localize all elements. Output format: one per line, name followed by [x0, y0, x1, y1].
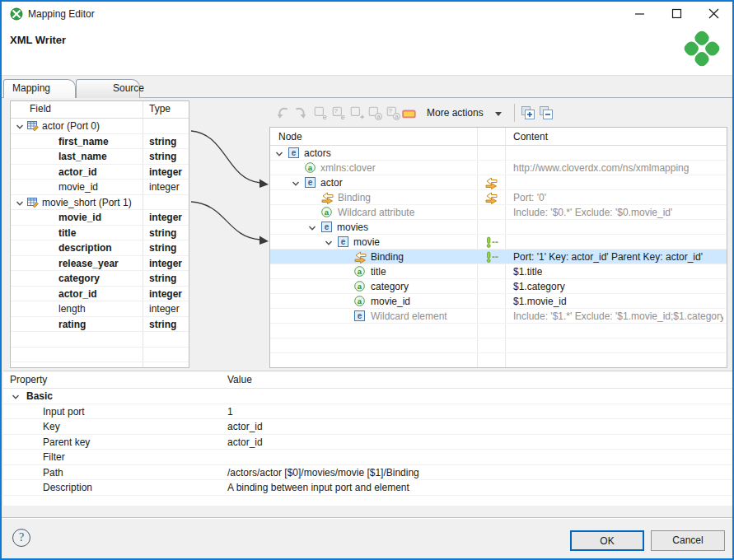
svg-text:a: a — [395, 113, 399, 120]
chevron-down-icon[interactable] — [275, 150, 283, 158]
property-name: Path — [43, 465, 63, 480]
field-row[interactable]: actor_id integer — [11, 287, 189, 302]
tree-row-movies[interactable]: movies — [270, 220, 727, 235]
chevron-down-icon[interactable] — [308, 224, 316, 232]
remove-mapping-icon[interactable] — [402, 107, 417, 122]
node-label: actors — [304, 146, 331, 161]
field-type: integer — [149, 287, 182, 301]
property-row-path[interactable]: Path /actors/actor [$0]/movies/movie [$1… — [3, 465, 734, 481]
property-value[interactable]: /actors/actor [$0]/movies/movie [$1]/Bin… — [227, 465, 419, 480]
property-row-parent-key[interactable]: Parent key actor_id — [3, 435, 734, 450]
field-row[interactable]: category string — [11, 271, 189, 287]
node-content: $1.category — [513, 279, 565, 294]
undo-icon[interactable] — [275, 105, 290, 120]
field-row-empty — [11, 362, 189, 368]
field-row[interactable]: movie_id integer — [11, 210, 189, 226]
field-row[interactable]: length integer — [11, 301, 189, 317]
binding-icon — [485, 177, 498, 189]
tree-row-binding-port0[interactable]: Binding Port: '0' — [270, 190, 727, 205]
add-child-attribute-icon[interactable]: a — [367, 105, 382, 120]
field-row[interactable]: last_name string — [11, 149, 189, 165]
tab-mapping[interactable]: Mapping — [3, 79, 76, 98]
insert-element-icon[interactable]: ? e — [331, 105, 346, 120]
chevron-down-icon[interactable] — [325, 239, 333, 247]
chevron-down-icon[interactable] — [16, 199, 24, 208]
property-value[interactable]: actor_id — [227, 419, 263, 434]
node-label: movie — [353, 235, 380, 250]
expand-all-icon[interactable] — [521, 105, 535, 120]
redo-icon[interactable] — [293, 105, 308, 120]
cancel-button[interactable]: Cancel — [651, 530, 725, 551]
node-content: Port: '0' — [513, 190, 546, 205]
field-row-empty — [11, 348, 189, 363]
field-row[interactable]: movie_id integer — [11, 180, 189, 195]
field-row[interactable]: rating string — [11, 317, 189, 333]
element-icon — [338, 236, 348, 247]
ok-button[interactable]: OK — [570, 530, 644, 551]
content-column-header: Content — [513, 128, 548, 146]
close-button[interactable] — [695, 2, 732, 26]
binding-icon — [354, 251, 367, 264]
window-title: Mapping Editor — [28, 8, 95, 20]
node-content: Include: '$1.*' Exclude: '$1.movie_id;$1… — [513, 309, 723, 324]
mapping-arrows — [189, 115, 272, 255]
field-name: actor_id — [58, 287, 97, 301]
more-actions-label: More actions — [427, 107, 484, 119]
tree-row-movie[interactable]: movie — [270, 235, 727, 250]
field-row[interactable]: release_year integer — [11, 256, 189, 272]
node-label: actor — [320, 175, 343, 190]
property-panel: Property Value Basic Input port 1 Key ac… — [3, 371, 734, 506]
field-row-port0[interactable]: actor (Port 0) — [11, 119, 189, 134]
field-row[interactable]: title string — [11, 226, 189, 241]
tree-row-category[interactable]: category $1.category — [270, 279, 727, 294]
collapse-all-icon[interactable] — [539, 105, 554, 120]
port-label: movie_short (Port 1) — [42, 195, 132, 210]
help-button[interactable]: ? — [12, 529, 30, 547]
insert-attribute-icon[interactable]: ? a — [386, 105, 400, 120]
property-name: Parent key — [43, 435, 90, 450]
tree-row-wildcard-attribute[interactable]: Wildcard attribute Include: '$0.*' Exclu… — [270, 205, 727, 220]
field-type: string — [149, 134, 176, 149]
tree-row-empty — [270, 353, 727, 368]
field-row[interactable]: actor_id integer — [11, 165, 189, 180]
tree-row-actor[interactable]: actor — [270, 175, 727, 190]
toolbar-divider — [514, 104, 515, 122]
tree-row-wildcard-element[interactable]: Wildcard element Include: '$1.*' Exclude… — [270, 309, 727, 324]
chevron-down-icon[interactable] — [16, 123, 24, 131]
tree-row-binding-port1-selected[interactable]: Binding Port: '1' Key: actor_id' Parent … — [270, 250, 727, 264]
property-header: Property Value — [3, 371, 734, 389]
tab-source[interactable]: Source — [76, 79, 140, 98]
chevron-down-icon[interactable] — [12, 393, 20, 401]
node-label: Wildcard attribute — [338, 205, 414, 220]
element-icon — [288, 147, 299, 158]
property-row-input-port[interactable]: Input port 1 — [3, 404, 734, 420]
wrap-element-icon[interactable] — [349, 105, 364, 120]
tree-row-movie-id[interactable]: movie_id $1.movie_id — [270, 294, 727, 309]
element-icon — [305, 177, 316, 188]
tree-row-actors[interactable]: actors — [270, 146, 727, 161]
field-row[interactable]: description string — [11, 240, 189, 256]
maximize-button[interactable] — [658, 2, 695, 26]
chevron-down-icon[interactable] — [292, 180, 300, 188]
field-row-port1[interactable]: movie_short (Port 1) — [11, 195, 189, 211]
more-actions-button[interactable]: More actions — [423, 104, 505, 122]
field-row[interactable]: first_name string — [11, 134, 189, 150]
tab-mapping-label: Mapping — [12, 82, 50, 94]
property-row-filter[interactable]: Filter — [3, 450, 734, 465]
property-row-key[interactable]: Key actor_id — [3, 419, 734, 435]
property-value[interactable]: actor_id — [227, 435, 263, 450]
footer-divider — [2, 517, 732, 518]
add-child-element-icon[interactable]: e — [313, 105, 328, 120]
property-column-header: Property — [10, 371, 47, 389]
field-table: Field Type actor (Port 0) first_name str… — [10, 100, 189, 368]
tree-row-title[interactable]: title $1.title — [270, 264, 727, 279]
property-value[interactable]: A binding between input port and element — [227, 480, 409, 495]
close-icon — [695, 2, 732, 26]
property-group-basic[interactable]: Basic — [3, 389, 734, 404]
node-label: movies — [337, 220, 368, 235]
minimize-button[interactable] — [621, 2, 658, 26]
property-row-description[interactable]: Description A binding between input port… — [3, 480, 734, 496]
property-value[interactable]: 1 — [227, 404, 233, 419]
tree-row-xmlns-clover[interactable]: xmlns:clover http://www.cloverdx.com/ns/… — [270, 161, 727, 175]
field-name: last_name — [58, 149, 107, 164]
